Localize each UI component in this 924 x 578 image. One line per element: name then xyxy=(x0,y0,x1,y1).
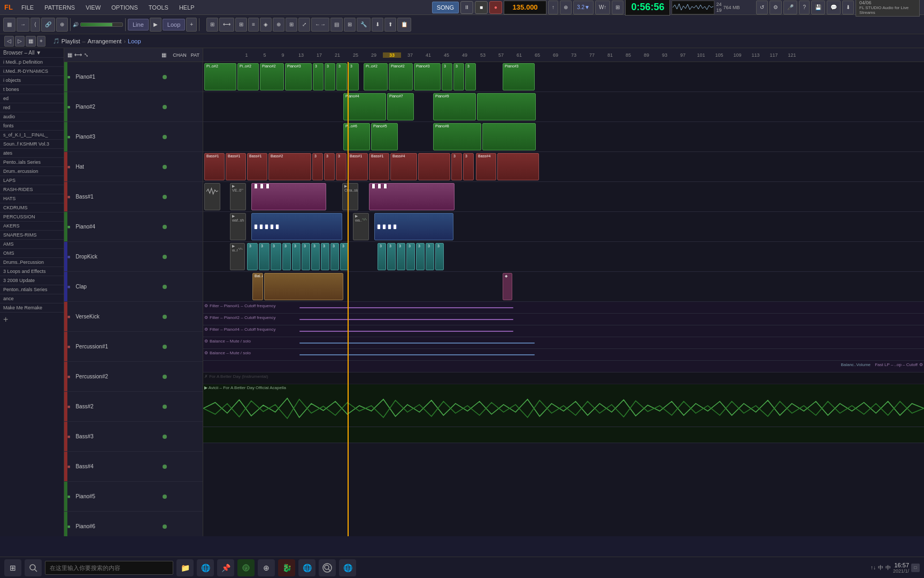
tc-content-7[interactable]: ▶ w..r 3 3 3 3 3 3 3 3 3 3 3 xyxy=(203,242,924,271)
tc-content-13[interactable]: ⚙ Balance – Mute / solo xyxy=(203,349,924,360)
arrange-tool12[interactable]: 🔧 xyxy=(357,18,371,32)
loop-label[interactable]: Loop xyxy=(163,19,185,31)
mic-btn[interactable]: 🎤 xyxy=(783,1,797,14)
clip-t5-1[interactable] xyxy=(204,183,220,210)
loop-add[interactable]: + xyxy=(186,18,197,32)
clip-t4-10[interactable]: Bass#4 xyxy=(390,153,417,180)
browser-add-btn[interactable]: + xyxy=(0,313,64,326)
track-row-10[interactable]: ■ Percussion#1 xyxy=(64,332,203,362)
browser-ams[interactable]: AMS xyxy=(0,240,64,249)
clip-t1-12[interactable]: 3 xyxy=(442,63,452,90)
arrange-tool15[interactable]: 📋 xyxy=(397,18,411,32)
browser-fonts[interactable]: fonts xyxy=(0,121,64,131)
mode-btn-5[interactable]: ⊞ xyxy=(612,1,623,14)
arrange-tool13[interactable]: ⬇ xyxy=(372,18,383,32)
browser-hats[interactable]: HATS xyxy=(0,194,64,203)
mode-btn-1[interactable]: ↑ xyxy=(548,1,558,14)
track-row-12[interactable]: ■ Bass#2 xyxy=(64,392,203,422)
clip-t5-3[interactable]: █ █ █ xyxy=(251,183,326,210)
taskbar-app2[interactable]: ♪ xyxy=(237,559,255,576)
track-name-1[interactable]: ■ Piano#1 xyxy=(64,62,160,92)
taskbar-app5[interactable]: 🌐 xyxy=(298,559,315,576)
clip-t1-7[interactable]: 3 xyxy=(336,63,347,90)
arrange-tool11[interactable]: ⊞ xyxy=(344,18,356,32)
arrange-tool7[interactable]: ⊞ xyxy=(286,18,297,32)
browser-2008[interactable]: 3 2008 Update xyxy=(0,276,64,285)
tc-content-12[interactable]: ⚙ Balance – Mute / solo xyxy=(203,337,924,348)
save-btn[interactable]: 💾 xyxy=(811,1,825,14)
bpm-display[interactable]: 135.000 xyxy=(504,1,546,14)
clip-t4-2[interactable]: Bass#1 xyxy=(226,153,246,180)
clip-t4-13[interactable]: 3 xyxy=(463,153,474,180)
track-row-15[interactable]: ■ Piano#5 xyxy=(64,482,203,512)
browser-akers[interactable]: AKERS xyxy=(0,222,64,231)
clip-t4-9[interactable]: Bass#1 xyxy=(369,153,389,180)
clip-t7-4[interactable]: 3 xyxy=(271,243,281,270)
clip-t1-5[interactable]: 3 xyxy=(313,63,324,90)
clip-t7-1[interactable]: ▶ w..r xyxy=(230,243,245,270)
taskbar-app1[interactable]: 📌 xyxy=(217,559,234,576)
arrange-tool6[interactable]: ⊕ xyxy=(273,18,284,32)
browser-audio[interactable]: audio xyxy=(0,112,64,121)
clip-t4-5[interactable]: 3 xyxy=(312,153,323,180)
taskbar-search-circle[interactable] xyxy=(319,559,336,576)
tc-content-5[interactable]: ▶ VE..0 █ █ █ ▶ Clea..slam xyxy=(203,182,924,211)
browser-item-2[interactable]: i.Med..R-DYNAMICS xyxy=(0,67,64,76)
browser-laps[interactable]: LAPS xyxy=(0,176,64,185)
song-mode-button[interactable]: SONG xyxy=(432,2,459,13)
menu-patterns[interactable]: PATTERNS xyxy=(42,3,77,12)
mode-btn-3[interactable]: 3.2▼ xyxy=(573,1,594,14)
clip-t2-2[interactable]: Piano#7 xyxy=(387,93,414,120)
clip-t4-15[interactable] xyxy=(497,153,539,180)
arrange-tool9[interactable]: ←→ xyxy=(311,18,329,32)
start-button[interactable]: ⊞ xyxy=(4,559,21,576)
clip-t7-10[interactable]: 3 xyxy=(330,243,339,270)
cpu-btn[interactable]: ⚙ xyxy=(769,1,782,14)
mode-btn-4[interactable]: W↑ xyxy=(595,1,610,14)
clip-t7-16[interactable]: 3 xyxy=(416,243,425,270)
mode-btn-2[interactable]: ⊕ xyxy=(560,1,572,14)
tc-content-9[interactable]: ⚙ Filter – Piano#1 – Cutoff frequency xyxy=(203,302,924,313)
track-row-3[interactable]: ■ Piano#3 xyxy=(64,122,203,152)
arrange-tool1[interactable]: ⊞ xyxy=(206,18,218,32)
clip-t8-2[interactable] xyxy=(264,273,343,300)
clip-t6-2[interactable]: █ █ █ █ █ xyxy=(251,213,342,240)
track-led-2[interactable] xyxy=(163,105,167,109)
browser-rides[interactable]: RASH-RIDES xyxy=(0,185,64,194)
track-name-12[interactable]: ■ Bass#2 xyxy=(64,392,160,421)
arrange-tool5[interactable]: ◈ xyxy=(260,18,272,32)
track-row-4[interactable]: ■ Hat xyxy=(64,152,203,182)
nav-back-btn[interactable]: ◁ xyxy=(4,36,14,47)
nav-grid-btn[interactable]: ▦ xyxy=(26,36,36,47)
track-name-15[interactable]: ■ Piano#5 xyxy=(64,482,160,511)
clip-t1-3[interactable]: Piano#2 xyxy=(260,63,284,90)
clip-t2-4[interactable] xyxy=(477,93,536,120)
track-row-16[interactable]: ■ Piano#6 xyxy=(64,512,203,536)
track-led-5[interactable] xyxy=(163,195,167,199)
browser-oms[interactable]: OMS xyxy=(0,249,64,258)
taskbar-edge[interactable]: 🌐 xyxy=(197,559,214,576)
track-name-6[interactable]: ■ Piano#4 xyxy=(64,212,160,241)
playlist-mode3[interactable]: ⊕ xyxy=(56,18,68,32)
track-led-10[interactable] xyxy=(163,345,167,349)
tc-content-2[interactable]: Piano#4 Piano#7 Piano#9 xyxy=(203,92,924,121)
track-led-13[interactable] xyxy=(163,435,167,439)
clip-t4-11[interactable] xyxy=(418,153,450,180)
track-row-11[interactable]: ■ Percussion#2 xyxy=(64,362,203,392)
track-row-1[interactable]: ■ Piano#1 xyxy=(64,62,203,92)
clip-t6-1[interactable]: ▶ waf..sh xyxy=(230,213,246,240)
playlist-mode1[interactable]: → xyxy=(17,18,29,32)
browser-percussion[interactable]: PERCUSSION xyxy=(0,212,64,222)
track-row-6[interactable]: ■ Piano#4 xyxy=(64,212,203,242)
clip-t1-14[interactable]: 3 xyxy=(465,63,476,90)
browser-all[interactable]: Browser – All ▼ xyxy=(0,48,64,58)
browser-ates[interactable]: ates xyxy=(0,149,64,158)
clip-t7-3[interactable]: 3 xyxy=(259,243,270,270)
track-row-7[interactable]: ■ DropKick xyxy=(64,242,203,272)
track-row-2[interactable]: ■ Piano#2 xyxy=(64,92,203,122)
stop-button[interactable]: ■ xyxy=(475,1,488,14)
restart-btn[interactable]: ↺ xyxy=(756,1,768,14)
browser-ckdrums[interactable]: CKDRUMS xyxy=(0,203,64,212)
clip-t1-6[interactable]: 3 xyxy=(325,63,335,90)
track-name-5[interactable]: ■ Bass#1 xyxy=(64,182,160,211)
